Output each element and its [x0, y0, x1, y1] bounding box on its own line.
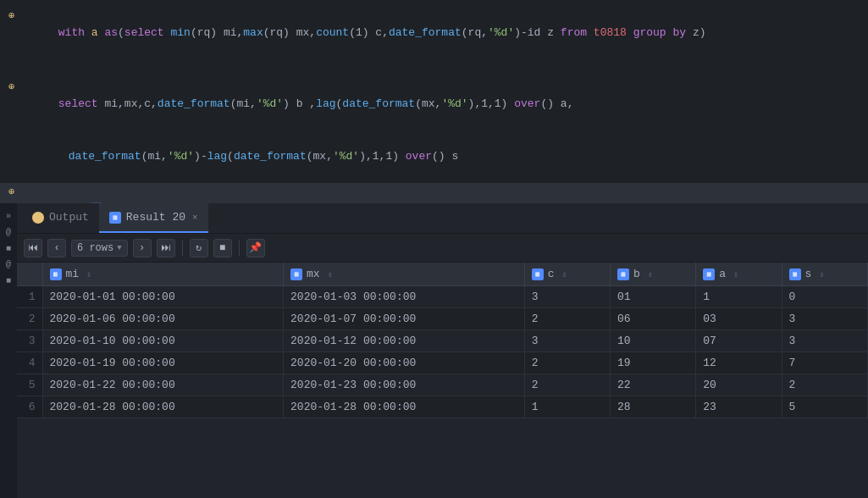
line-indicator-3: ⊕ [8, 79, 19, 96]
cell-mi-2: 2020-01-06 00:00:00 [42, 308, 284, 330]
col-header-a[interactable]: ▦ a ⇕ [696, 263, 782, 286]
table-row[interactable]: 12020-01-01 00:00:002020-01-03 00:00:003… [17, 286, 868, 308]
prev-row-button[interactable]: ‹ [47, 239, 66, 257]
cell-a-2: 03 [696, 308, 782, 330]
col-label-mi: mi [66, 268, 80, 280]
table-row[interactable]: 42020-01-19 00:00:002020-01-20 00:00:002… [17, 352, 868, 374]
line-indicator-1: ⊕ [8, 8, 19, 25]
first-row-button[interactable]: ⏮ [24, 239, 42, 257]
cell-mi-6: 2020-01-28 00:00:00 [42, 396, 284, 418]
sidebar-icon-chevrons[interactable]: » [6, 212, 11, 221]
col-header-mi[interactable]: ▦ mi ⇕ [42, 263, 284, 286]
col-icon-b: ▦ [617, 268, 629, 280]
table-row[interactable]: 32020-01-10 00:00:002020-01-12 00:00:003… [17, 330, 868, 352]
table-body: 12020-01-01 00:00:002020-01-03 00:00:003… [17, 286, 868, 418]
code-content-2 [19, 60, 860, 77]
cell-b-2: 06 [610, 308, 695, 330]
col-icon-mx: ▦ [290, 268, 302, 280]
cell-b-5: 22 [610, 374, 695, 396]
sidebar-icon-pill[interactable]: ■ [6, 244, 11, 253]
col-header-c[interactable]: ▦ c ⇕ [524, 263, 610, 286]
cell-a-6: 23 [696, 396, 782, 418]
cell-b-6: 28 [610, 396, 695, 418]
cell-rownum-3: 3 [17, 330, 42, 352]
cell-mx-2: 2020-01-07 00:00:00 [284, 308, 525, 330]
cell-b-3: 10 [610, 330, 695, 352]
col-header-rownum [17, 263, 42, 286]
cell-a-4: 12 [696, 352, 782, 374]
cell-rownum-1: 1 [17, 286, 42, 308]
cell-s-1: 0 [782, 286, 867, 308]
sidebar-icon-at2[interactable]: @ [6, 260, 11, 269]
left-sidebar-strip: » @ ■ @ ■ [0, 203, 17, 498]
cell-a-3: 07 [696, 330, 782, 352]
cell-mx-6: 2020-01-28 00:00:00 [284, 396, 525, 418]
code-editor[interactable]: ⊕ with a as(select min(rq) mi,max(rq) mx… [0, 0, 868, 203]
cell-mi-3: 2020-01-10 00:00:00 [42, 330, 284, 352]
cell-b-1: 01 [610, 286, 695, 308]
table-row[interactable]: 52020-01-22 00:00:002020-01-23 00:00:002… [17, 374, 868, 396]
col-header-mx[interactable]: ▦ mx ⇕ [284, 263, 525, 286]
stop-button[interactable]: ■ [213, 239, 232, 257]
code-line-4: date_format(mi,'%d')-lag(date_format(mx,… [0, 130, 868, 183]
results-table: ▦ mi ⇕ ▦ mx ⇕ ▦ [17, 263, 868, 418]
next-row-button[interactable]: › [133, 239, 152, 257]
col-header-s[interactable]: ▦ s ⇕ [782, 263, 867, 286]
rows-selector[interactable]: 6 rows ▼ [71, 240, 128, 257]
cell-s-6: 5 [782, 396, 867, 418]
code-content-4: date_format(mi,'%d')-lag(date_format(mx,… [19, 131, 860, 182]
sort-icon-a[interactable]: ⇕ [733, 269, 738, 279]
sort-icon-mi[interactable]: ⇕ [86, 269, 91, 279]
cell-c-6: 1 [524, 396, 610, 418]
cell-s-4: 7 [782, 352, 867, 374]
cell-s-5: 2 [782, 374, 867, 396]
cell-c-1: 3 [524, 286, 610, 308]
tab-bar: Output ▦ Result 20 × [17, 203, 868, 234]
col-label-b: b [633, 268, 640, 280]
code-line-3: ⊕ select mi,mx,c,date_format(mi,'%d') b … [0, 78, 868, 130]
table-row[interactable]: 62020-01-28 00:00:002020-01-28 00:00:001… [17, 396, 868, 418]
col-label-a: a [719, 268, 726, 280]
result-tab-icon: ▦ [109, 212, 121, 224]
tab-result20-close[interactable]: × [192, 213, 198, 223]
refresh-button[interactable]: ↻ [190, 239, 208, 257]
code-line-2 [0, 59, 868, 78]
cell-s-2: 3 [782, 308, 867, 330]
cell-rownum-4: 4 [17, 352, 42, 374]
output-tab-icon [32, 212, 44, 224]
results-table-container[interactable]: ▦ mi ⇕ ▦ mx ⇕ ▦ [17, 263, 868, 498]
sort-icon-c[interactable]: ⇕ [561, 269, 567, 279]
cell-mx-4: 2020-01-20 00:00:00 [284, 352, 525, 374]
cell-b-4: 19 [610, 352, 695, 374]
sort-icon-s[interactable]: ⇕ [819, 269, 824, 279]
tab-output[interactable]: Output [22, 203, 99, 233]
sort-icon-b[interactable]: ⇕ [648, 269, 653, 279]
col-header-b[interactable]: ▦ b ⇕ [610, 263, 695, 286]
tab-output-label: Output [49, 211, 89, 224]
sidebar-icon-at1[interactable]: @ [6, 228, 11, 237]
cell-mi-5: 2020-01-22 00:00:00 [42, 374, 284, 396]
pin-button[interactable]: 📌 [246, 239, 265, 257]
cell-s-3: 3 [782, 330, 867, 352]
col-icon-mi: ▦ [50, 268, 62, 280]
toolbar-separator-1 [182, 241, 183, 256]
col-icon-s: ▦ [789, 268, 801, 280]
last-row-button[interactable]: ⏭ [157, 239, 175, 257]
code-content-3: select mi,mx,c,date_format(mi,'%d') b ,l… [19, 79, 860, 130]
sort-icon-mx[interactable]: ⇕ [328, 269, 333, 279]
table-row[interactable]: 22020-01-06 00:00:002020-01-07 00:00:002… [17, 308, 868, 330]
bottom-panel: Output ▦ Result 20 × ⏮ ‹ 6 rows ▼ › ⏭ ↻ … [17, 203, 868, 498]
rows-caret-icon: ▼ [117, 244, 121, 252]
code-line-1: ⊕ with a as(select min(rq) mi,max(rq) mx… [0, 7, 868, 59]
cell-mx-3: 2020-01-12 00:00:00 [284, 330, 525, 352]
cell-mi-4: 2020-01-19 00:00:00 [42, 352, 284, 374]
col-label-c: c [548, 268, 555, 280]
sidebar-icon-pill2[interactable]: ■ [6, 276, 11, 285]
cell-rownum-6: 6 [17, 396, 42, 418]
cell-c-5: 2 [524, 374, 610, 396]
tab-result20[interactable]: ▦ Result 20 × [99, 203, 208, 233]
col-label-s: s [805, 268, 812, 280]
col-icon-a: ▦ [703, 268, 715, 280]
cell-rownum-2: 2 [17, 308, 42, 330]
col-label-mx: mx [307, 268, 320, 280]
